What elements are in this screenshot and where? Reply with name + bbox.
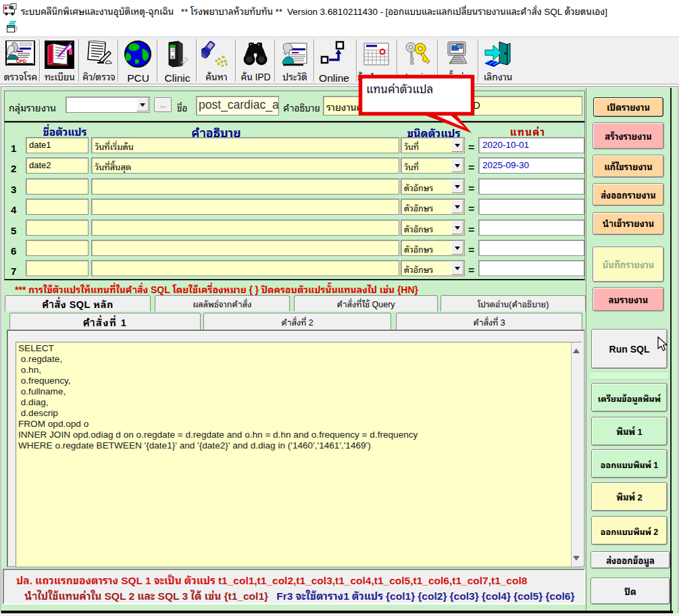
svg-text:OPD: OPD [16, 59, 26, 63]
